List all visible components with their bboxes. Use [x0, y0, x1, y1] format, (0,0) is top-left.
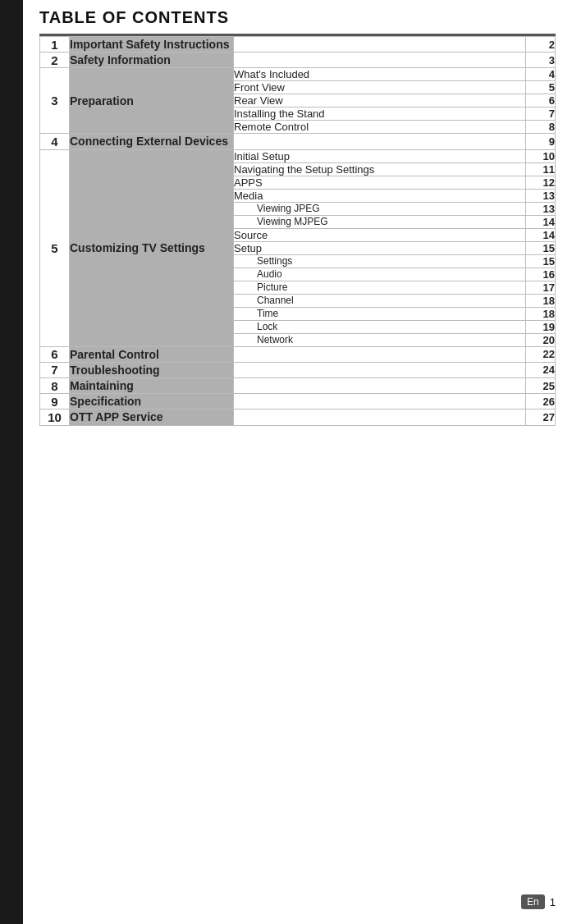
- row-page-number: 26: [526, 394, 556, 409]
- row-page-number: 22: [526, 346, 556, 362]
- sub-item-page: 20: [526, 333, 556, 346]
- section-label: Preparation: [70, 68, 234, 134]
- sub-item-page: 16: [526, 268, 556, 281]
- sub-item-label: Viewing JPEG: [234, 202, 526, 215]
- row-number: 1: [40, 37, 70, 53]
- section-label: Troubleshooting: [70, 362, 234, 377]
- sub-item-label: Setup: [234, 241, 526, 254]
- table-row: 7 Troubleshooting 24: [40, 362, 556, 377]
- left-bar: [0, 0, 23, 924]
- table-row: 2 Safety Information 3: [40, 53, 556, 68]
- section-label: Specification: [70, 394, 234, 409]
- section-label: OTT APP Service: [70, 409, 234, 425]
- section-label: Important Safety Instructions: [70, 37, 234, 53]
- row-page-number: 27: [526, 409, 556, 425]
- section-label: Maintaining: [70, 377, 234, 393]
- section-label: Customizing TV Settings: [70, 149, 234, 346]
- sub-item-label: Remote Control: [234, 121, 526, 134]
- sub-item-page: 10: [526, 149, 556, 162]
- sub-item-label: Source: [234, 228, 526, 241]
- sub-item-label: Picture: [234, 281, 526, 294]
- row-number: 5: [40, 149, 70, 346]
- sub-item-page: 4: [526, 68, 556, 81]
- section-label: Safety Information: [70, 53, 234, 68]
- header: TABLE OF CONTENTS: [39, 0, 556, 36]
- sub-item-page: 17: [526, 281, 556, 294]
- sub-item-label: Viewing MJPEG: [234, 215, 526, 228]
- row-page-number: 2: [526, 37, 556, 53]
- sub-item-label: Network: [234, 333, 526, 346]
- table-row: 5 Customizing TV Settings Initial Setup …: [40, 149, 556, 162]
- sub-item-label: Rear View: [234, 94, 526, 107]
- row-number: 9: [40, 394, 70, 409]
- sub-item-page: 5: [526, 81, 556, 94]
- sub-item-page: 7: [526, 107, 556, 121]
- sub-item-label: Media: [234, 189, 526, 202]
- sub-item-page: 18: [526, 307, 556, 320]
- sub-item-page: 18: [526, 294, 556, 307]
- section-label: Parental Control: [70, 346, 234, 362]
- sub-item-page: 19: [526, 320, 556, 333]
- sub-item-label: Time: [234, 307, 526, 320]
- lang-badge: En: [521, 894, 545, 909]
- page: TABLE OF CONTENTS 1 Important Safety Ins…: [0, 0, 572, 924]
- table-row: 9 Specification 26: [40, 394, 556, 409]
- sub-item-page: 13: [526, 189, 556, 202]
- content: TABLE OF CONTENTS 1 Important Safety Ins…: [23, 0, 572, 459]
- sub-item-label: Navigating the Setup Settings: [234, 162, 526, 176]
- table-row: 1 Important Safety Instructions 2: [40, 37, 556, 53]
- table-row: 3 Preparation What's Included 4: [40, 68, 556, 81]
- row-number: 2: [40, 53, 70, 68]
- sub-item-page: 11: [526, 162, 556, 176]
- row-empty: [234, 394, 526, 409]
- sub-item-label: Audio: [234, 268, 526, 281]
- row-empty: [234, 409, 526, 425]
- table-row: 4 Connecting External Devices 9: [40, 134, 556, 149]
- sub-item-page: 14: [526, 228, 556, 241]
- sub-item-page: 8: [526, 121, 556, 134]
- row-empty: [234, 37, 526, 53]
- table-row: 8 Maintaining 25: [40, 377, 556, 393]
- sub-item-label: Channel: [234, 294, 526, 307]
- sub-item-label: Installing the Stand: [234, 107, 526, 121]
- row-page-number: 24: [526, 362, 556, 377]
- row-page-number: 3: [526, 53, 556, 68]
- row-page-number: 9: [526, 134, 556, 149]
- sub-item-page: 13: [526, 202, 556, 215]
- row-empty: [234, 362, 526, 377]
- sub-item-label: Settings: [234, 254, 526, 268]
- footer-page-number: 1: [550, 896, 556, 908]
- row-number: 7: [40, 362, 70, 377]
- sub-item-page: 12: [526, 176, 556, 189]
- footer: En 1: [521, 894, 556, 909]
- sub-item-label: Initial Setup: [234, 149, 526, 162]
- row-empty: [234, 346, 526, 362]
- sub-item-page: 15: [526, 254, 556, 268]
- sub-item-label: Front View: [234, 81, 526, 94]
- sub-item-label: Lock: [234, 320, 526, 333]
- sub-item-page: 6: [526, 94, 556, 107]
- sub-item-page: 15: [526, 241, 556, 254]
- section-label: Connecting External Devices: [70, 134, 234, 149]
- row-empty: [234, 134, 526, 149]
- row-empty: [234, 377, 526, 393]
- row-number: 6: [40, 346, 70, 362]
- table-row: 10 OTT APP Service 27: [40, 409, 556, 425]
- sub-item-page: 14: [526, 215, 556, 228]
- page-title: TABLE OF CONTENTS: [39, 8, 229, 26]
- row-number: 10: [40, 409, 70, 425]
- row-page-number: 25: [526, 377, 556, 393]
- sub-item-label: What's Included: [234, 68, 526, 81]
- row-number: 4: [40, 134, 70, 149]
- table-row: 6 Parental Control 22: [40, 346, 556, 362]
- row-empty: [234, 53, 526, 68]
- row-number: 3: [40, 68, 70, 134]
- sub-item-label: APPS: [234, 176, 526, 189]
- row-number: 8: [40, 377, 70, 393]
- toc-table: 1 Important Safety Instructions 2 2 Safe…: [39, 36, 556, 426]
